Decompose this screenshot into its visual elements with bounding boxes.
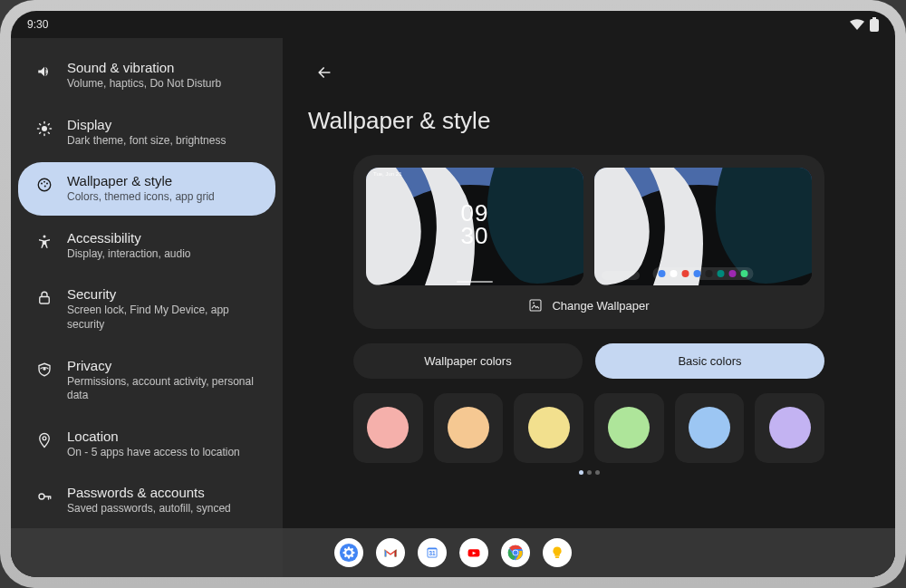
sidebar-item-sub: Colors, themed icons, app grid — [67, 190, 215, 205]
sidebar-item-display[interactable]: DisplayDark theme, font size, brightness — [18, 106, 275, 159]
sidebar-item-privacy[interactable]: PrivacyPermissions, account activity, pe… — [18, 347, 275, 414]
color-swatch-blue[interactable] — [675, 393, 745, 463]
back-button[interactable] — [308, 56, 341, 89]
sidebar-item-passwords[interactable]: Passwords & accountsSaved passwords, aut… — [18, 474, 275, 527]
svg-point-20 — [39, 494, 44, 499]
tablet-frame: 9:30 Sound & vibrationVolume, haptics, D… — [0, 0, 906, 588]
wallpaper-preview-card: Tue, Jun 21 09 30 — [353, 155, 824, 329]
svg-point-13 — [43, 181, 45, 183]
taskbar-app-settings[interactable] — [334, 538, 363, 567]
taskbar-app-calendar[interactable]: 31 — [418, 538, 447, 567]
change-wallpaper-button[interactable]: Change Wallpaper — [366, 285, 812, 316]
taskbar-app-youtube[interactable] — [459, 538, 488, 567]
main-pane: Wallpaper & style — [283, 38, 895, 577]
preview-date: Tue, Jun 21 — [373, 171, 401, 177]
sidebar-item-label: Passwords & accounts — [67, 485, 231, 500]
svg-line-8 — [48, 132, 49, 133]
color-swatch-yellow[interactable] — [514, 393, 583, 463]
color-swatch-pink[interactable] — [353, 393, 423, 463]
pager-dots — [353, 470, 824, 475]
sidebar-item-sub: Saved passwords, autofill, synced — [67, 502, 231, 516]
pager-dot[interactable] — [587, 470, 592, 475]
sidebar-item-label: Wallpaper & style — [67, 173, 215, 188]
taskbar-app-chrome[interactable] — [501, 538, 530, 567]
location-icon — [34, 430, 54, 450]
passwords-icon — [34, 487, 54, 506]
svg-rect-17 — [40, 297, 50, 304]
svg-point-19 — [43, 437, 46, 440]
screen: 9:30 Sound & vibrationVolume, haptics, D… — [11, 11, 895, 577]
sidebar-item-wallpaper[interactable]: Wallpaper & styleColors, themed icons, a… — [18, 162, 275, 216]
home-handle — [457, 281, 493, 283]
sidebar-item-sub: On - 5 apps have access to location — [67, 446, 240, 460]
tab-basic-colors[interactable]: Basic colors — [595, 343, 824, 379]
preview-dock — [653, 267, 754, 280]
dock-app-icon — [694, 270, 701, 277]
svg-point-24 — [533, 302, 535, 304]
battery-icon — [870, 17, 879, 32]
svg-rect-38 — [555, 556, 560, 558]
sidebar-item-label: Location — [67, 429, 240, 444]
preview-search-pill — [602, 271, 640, 280]
pager-dot[interactable] — [595, 470, 600, 475]
dock-app-icon — [718, 270, 725, 277]
preview-homescreen[interactable] — [594, 168, 812, 285]
dock-app-icon — [741, 270, 748, 277]
svg-point-11 — [38, 178, 51, 191]
svg-line-10 — [48, 123, 49, 124]
color-source-tabs: Wallpaper colorsBasic colors — [353, 343, 824, 379]
dock-app-icon — [670, 270, 678, 277]
svg-point-15 — [44, 186, 46, 188]
dock-app-icon — [706, 270, 713, 277]
preview-clock: 09 30 — [461, 202, 489, 246]
svg-point-18 — [43, 367, 46, 370]
taskbar: 31 — [11, 528, 895, 577]
dock-app-icon — [729, 270, 737, 277]
swatch-circle — [528, 407, 570, 448]
swatch-circle — [608, 407, 650, 448]
privacy-icon — [34, 360, 54, 380]
display-icon — [34, 119, 54, 139]
svg-point-16 — [43, 235, 46, 237]
svg-point-2 — [42, 126, 47, 131]
sidebar-item-sub: Screen lock, Find My Device, app securit… — [67, 304, 259, 332]
sidebar-item-label: Privacy — [67, 358, 259, 373]
svg-line-9 — [40, 132, 41, 133]
sidebar-item-label: Security — [67, 286, 259, 302]
taskbar-app-keep[interactable] — [543, 538, 572, 567]
svg-point-14 — [46, 183, 48, 185]
pager-dot[interactable] — [579, 470, 583, 475]
taskbar-app-gmail[interactable] — [376, 538, 405, 567]
sidebar-item-location[interactable]: LocationOn - 5 apps have access to locat… — [18, 418, 275, 471]
svg-rect-0 — [872, 17, 876, 19]
page-title: Wallpaper & style — [308, 107, 870, 135]
sound-icon — [34, 62, 54, 82]
settings-sidebar: Sound & vibrationVolume, haptics, Do Not… — [11, 38, 283, 577]
tab-wallpaper-colors[interactable]: Wallpaper colors — [353, 343, 583, 379]
sidebar-item-sub: Volume, haptics, Do Not Disturb — [67, 77, 221, 92]
dock-app-icon — [682, 270, 689, 277]
svg-point-36 — [513, 550, 517, 554]
sidebar-item-a11y[interactable]: AccessibilityDisplay, interaction, audio — [18, 219, 275, 273]
security-icon — [34, 288, 54, 308]
sidebar-item-security[interactable]: SecurityScreen lock, Find My Device, app… — [18, 275, 275, 342]
status-bar: 9:30 — [11, 11, 895, 38]
sidebar-item-sub: Display, interaction, audio — [67, 247, 191, 262]
sidebar-item-sub: Dark theme, font size, brightness — [67, 134, 226, 149]
color-swatch-orange[interactable] — [434, 393, 504, 463]
wifi-icon — [850, 19, 864, 30]
color-swatch-green[interactable] — [594, 393, 664, 463]
dock-app-icon — [659, 270, 666, 277]
sidebar-item-sound[interactable]: Sound & vibrationVolume, haptics, Do Not… — [18, 49, 275, 102]
change-wallpaper-label: Change Wallpaper — [552, 299, 649, 313]
sidebar-item-label: Display — [67, 117, 226, 132]
change-wallpaper-icon — [528, 298, 543, 313]
basic-colors-row — [353, 393, 824, 463]
svg-line-7 — [40, 123, 41, 124]
color-swatch-purple[interactable] — [755, 393, 824, 463]
sidebar-item-sub: Permissions, account activity, personal … — [67, 375, 259, 403]
sidebar-item-label: Sound & vibration — [67, 60, 221, 75]
preview-lockscreen[interactable]: Tue, Jun 21 09 30 — [366, 168, 583, 285]
a11y-icon — [34, 232, 54, 252]
svg-rect-1 — [870, 19, 879, 32]
